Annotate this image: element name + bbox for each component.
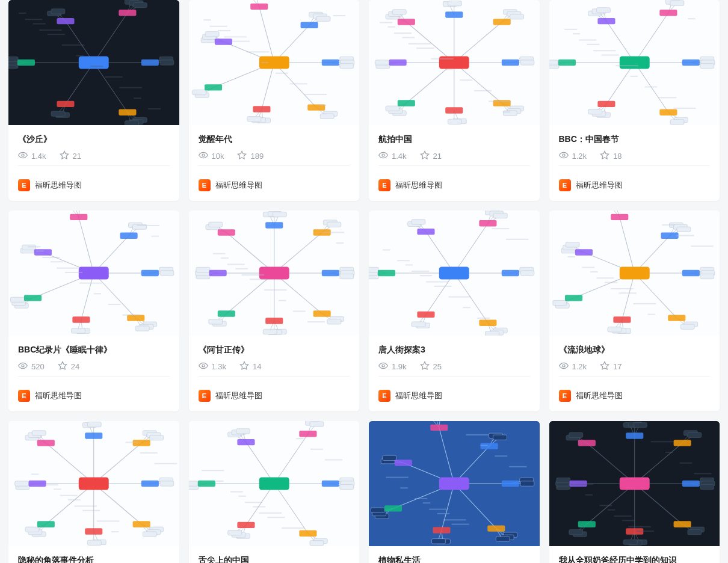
svg-rect-47 bbox=[148, 108, 161, 109]
svg-rect-48 bbox=[25, 19, 42, 20]
svg-rect-270 bbox=[36, 251, 43, 252]
svg-rect-463 bbox=[160, 481, 174, 486]
svg-rect-662 bbox=[578, 440, 595, 446]
svg-rect-307 bbox=[208, 319, 222, 324]
card-title: BBC：中国春节 bbox=[559, 134, 711, 144]
svg-rect-682 bbox=[694, 473, 711, 475]
svg-rect-453 bbox=[567, 256, 575, 257]
template-card[interactable]: 唐人街探案31.9k25E福昕思维导图 bbox=[369, 211, 540, 411]
svg-rect-613 bbox=[439, 478, 469, 490]
svg-rect-618 bbox=[480, 445, 487, 446]
card-author[interactable]: E福昕思维导图 bbox=[189, 383, 360, 411]
svg-rect-562 bbox=[282, 528, 304, 529]
svg-rect-561 bbox=[267, 517, 285, 518]
svg-rect-552 bbox=[237, 439, 254, 445]
card-author[interactable]: E福昕思维导图 bbox=[8, 383, 179, 411]
template-card[interactable]: 隐秘的角落事件分析 bbox=[8, 421, 179, 563]
svg-rect-342 bbox=[336, 242, 343, 244]
card-author[interactable]: E福昕思维导图 bbox=[369, 172, 540, 201]
svg-rect-533 bbox=[299, 531, 316, 537]
svg-rect-162 bbox=[402, 37, 415, 38]
stars-value: 14 bbox=[253, 362, 261, 371]
svg-rect-341 bbox=[321, 232, 344, 233]
svg-rect-687 bbox=[628, 526, 650, 528]
svg-rect-45 bbox=[119, 87, 141, 88]
svg-rect-633 bbox=[682, 481, 699, 487]
svg-rect-442 bbox=[677, 227, 691, 232]
template-card[interactable]: 航拍中国1.4k21E福昕思维导图 bbox=[369, 0, 540, 201]
svg-rect-103 bbox=[289, 83, 307, 84]
template-card[interactable]: 觉醒年代10k189E福昕思维导图 bbox=[189, 0, 360, 201]
svg-rect-275 bbox=[108, 304, 121, 305]
template-card[interactable]: 《阿甘正传》1.3k14E福昕思维导图 bbox=[189, 211, 360, 411]
author-name: 福昕思维导图 bbox=[35, 390, 82, 401]
template-card[interactable]: 《流浪地球》1.2k17E福昕思维导图 bbox=[549, 211, 720, 411]
svg-rect-272 bbox=[65, 272, 82, 273]
svg-rect-128 bbox=[445, 107, 463, 113]
svg-rect-98 bbox=[218, 30, 230, 31]
svg-rect-506 bbox=[150, 435, 164, 440]
views-value: 1.2k bbox=[572, 362, 587, 371]
stars-stat: 189 bbox=[237, 150, 264, 162]
svg-rect-568 bbox=[230, 491, 242, 493]
svg-rect-587 bbox=[432, 539, 446, 544]
svg-rect-273 bbox=[79, 283, 102, 284]
svg-rect-644 bbox=[623, 540, 637, 545]
svg-rect-386 bbox=[406, 265, 413, 266]
author-name: 福昕思维导图 bbox=[395, 180, 442, 191]
template-card[interactable]: 《沙丘》1.4k21E福昕思维导图 bbox=[8, 0, 179, 201]
svg-rect-116 bbox=[502, 60, 519, 66]
svg-rect-206 bbox=[597, 18, 615, 24]
svg-rect-263 bbox=[70, 214, 87, 220]
eye-icon bbox=[18, 361, 28, 372]
template-card[interactable]: BBC：中国春节1.2k18E福昕思维导图 bbox=[549, 0, 720, 201]
svg-rect-507 bbox=[133, 440, 150, 446]
template-card[interactable]: 植物私生活 bbox=[369, 421, 540, 563]
card-author[interactable]: E福昕思维导图 bbox=[189, 172, 360, 201]
svg-rect-397 bbox=[426, 282, 448, 283]
svg-rect-360 bbox=[479, 320, 496, 326]
stars-value: 17 bbox=[613, 362, 622, 371]
svg-rect-394 bbox=[383, 250, 390, 251]
card-author[interactable]: E福昕思维导图 bbox=[369, 383, 540, 411]
svg-rect-256 bbox=[34, 249, 52, 255]
svg-rect-161 bbox=[388, 26, 395, 28]
card-author[interactable]: E福昕思维导图 bbox=[549, 383, 720, 411]
template-card[interactable]: BBC纪录片《睡眠十律》52024E福昕思维导图 bbox=[8, 211, 179, 411]
stars-stat: 17 bbox=[600, 361, 622, 372]
svg-rect-513 bbox=[111, 531, 119, 532]
template-card[interactable]: 我从全职奶爸经历中学到的知识 bbox=[549, 421, 720, 563]
svg-rect-134 bbox=[386, 106, 399, 111]
views-value: 1.2k bbox=[572, 152, 587, 161]
svg-rect-431 bbox=[575, 249, 592, 255]
card-author[interactable]: E福昕思维导图 bbox=[8, 172, 179, 201]
svg-rect-377 bbox=[417, 229, 434, 235]
svg-rect-621 bbox=[386, 477, 408, 478]
svg-rect-595 bbox=[384, 506, 402, 512]
card-title: 舌尖上的中国 bbox=[199, 555, 350, 563]
svg-rect-446 bbox=[604, 282, 617, 283]
svg-rect-168 bbox=[489, 100, 511, 102]
author-name: 福昕思维导图 bbox=[395, 390, 442, 401]
star-icon bbox=[58, 361, 67, 372]
svg-rect-674 bbox=[673, 440, 691, 446]
svg-rect-43 bbox=[91, 66, 103, 67]
card-meta: BBC：中国春节1.2k18 bbox=[549, 125, 720, 165]
svg-point-50 bbox=[22, 154, 24, 156]
svg-rect-326 bbox=[273, 212, 286, 217]
svg-rect-210 bbox=[670, 1, 684, 5]
card-author[interactable]: E福昕思维导图 bbox=[549, 172, 720, 201]
star-icon bbox=[239, 361, 249, 372]
template-card[interactable]: 舌尖上的中国 bbox=[189, 421, 360, 563]
card-meta: 舌尖上的中国 bbox=[189, 546, 360, 563]
svg-rect-94 bbox=[316, 16, 330, 21]
svg-rect-679 bbox=[650, 441, 673, 443]
svg-rect-243 bbox=[72, 328, 85, 333]
card-meta: BBC纪录片《睡眠十律》52024 bbox=[8, 336, 179, 376]
svg-rect-38 bbox=[19, 13, 26, 14]
svg-rect-559 bbox=[238, 496, 245, 497]
svg-rect-545 bbox=[197, 481, 215, 487]
svg-rect-302 bbox=[263, 329, 277, 334]
star-icon bbox=[237, 150, 247, 162]
svg-rect-239 bbox=[127, 315, 144, 321]
